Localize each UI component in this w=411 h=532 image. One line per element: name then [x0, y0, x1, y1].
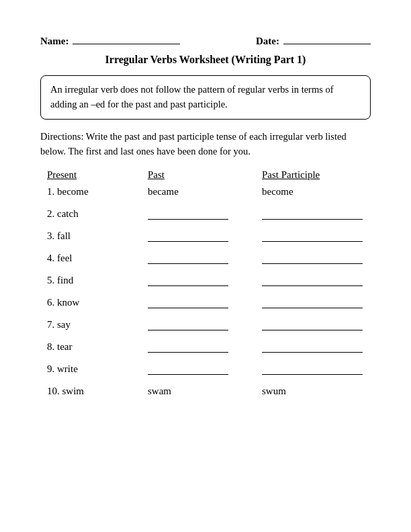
- verb-participle-4[interactable]: [262, 253, 371, 264]
- worksheet-title: Irregular Verbs Worksheet (Writing Part …: [40, 54, 371, 66]
- verb-past-5[interactable]: [148, 275, 262, 286]
- name-input-line[interactable]: [73, 34, 180, 44]
- verb-past-line-4[interactable]: [148, 253, 228, 264]
- verb-past-line-8[interactable]: [148, 342, 228, 353]
- verb-past-line-5[interactable]: [148, 275, 228, 286]
- verb-past-2[interactable]: [148, 208, 262, 220]
- verb-past-1: became: [148, 186, 262, 197]
- verb-participle-line-2[interactable]: [262, 209, 363, 220]
- verb-past-text-10: swam: [148, 386, 171, 396]
- info-box: An irregular verb does not follow the pa…: [40, 75, 371, 120]
- verb-participle-text-10: swum: [262, 386, 286, 396]
- verb-row: 3. fall: [40, 230, 371, 242]
- past-participle-column-header: Past Participle: [262, 169, 371, 181]
- verb-past-3[interactable]: [148, 230, 262, 242]
- verb-row: 5. find: [40, 275, 371, 286]
- verb-past-4[interactable]: [148, 253, 262, 264]
- verb-past-line-6[interactable]: [148, 298, 228, 308]
- verb-present-3: 3. fall: [47, 230, 148, 242]
- verb-present-4: 4. feel: [47, 253, 148, 264]
- verb-row: 7. say: [40, 319, 371, 330]
- verb-row: 8. tear: [40, 341, 371, 353]
- verb-row: 9. write: [40, 363, 371, 375]
- verb-participle-7[interactable]: [262, 319, 371, 330]
- verb-past-line-2[interactable]: [148, 209, 228, 220]
- verb-participle-5[interactable]: [262, 275, 371, 286]
- verb-participle-10: swum: [262, 386, 371, 397]
- verb-past-9[interactable]: [148, 363, 262, 375]
- verb-present-10: 10. swim: [47, 386, 148, 397]
- verb-participle-line-9[interactable]: [262, 364, 363, 375]
- verb-present-7: 7. say: [47, 319, 148, 330]
- verb-participle-line-6[interactable]: [262, 298, 363, 308]
- name-field: Name:: [40, 34, 180, 47]
- verb-row: 2. catch: [40, 208, 371, 220]
- verb-participle-2[interactable]: [262, 208, 371, 220]
- verb-past-line-7[interactable]: [148, 320, 228, 330]
- verb-participle-3[interactable]: [262, 230, 371, 242]
- verb-participle-9[interactable]: [262, 363, 371, 375]
- verb-participle-8[interactable]: [262, 341, 371, 353]
- verb-present-5: 5. find: [47, 275, 148, 286]
- verb-row: 10. swimswamswum: [40, 386, 371, 397]
- verb-past-text-1: became: [148, 186, 179, 197]
- verb-row: 4. feel: [40, 253, 371, 264]
- verb-participle-line-3[interactable]: [262, 231, 363, 242]
- column-headers: Present Past Past Participle: [40, 169, 371, 181]
- verb-past-line-9[interactable]: [148, 364, 228, 375]
- verb-rows-container: 1. becomebecamebecome2. catch3. fall4. f…: [40, 186, 371, 397]
- verb-present-6: 6. know: [47, 297, 148, 308]
- present-column-header: Present: [47, 169, 148, 181]
- verb-present-8: 8. tear: [47, 341, 148, 353]
- verb-participle-line-7[interactable]: [262, 320, 363, 330]
- directions-text: Directions: Write the past and past part…: [40, 129, 371, 159]
- verb-past-7[interactable]: [148, 319, 262, 330]
- date-input-line[interactable]: [283, 34, 371, 44]
- verb-present-2: 2. catch: [47, 208, 148, 220]
- verb-participle-1: become: [262, 186, 371, 197]
- header-row: Name: Date:: [40, 34, 371, 47]
- verb-participle-text-1: become: [262, 186, 293, 197]
- name-label: Name:: [40, 36, 68, 47]
- verb-past-10: swam: [148, 386, 262, 397]
- verb-past-line-3[interactable]: [148, 231, 228, 242]
- verb-past-6[interactable]: [148, 297, 262, 308]
- date-field: Date:: [256, 34, 371, 47]
- verb-past-8[interactable]: [148, 341, 262, 353]
- verb-present-1: 1. become: [47, 186, 148, 197]
- verb-participle-line-5[interactable]: [262, 275, 363, 286]
- date-label: Date:: [256, 36, 279, 47]
- verb-present-9: 9. write: [47, 363, 148, 375]
- verb-row: 6. know: [40, 297, 371, 308]
- verb-participle-line-8[interactable]: [262, 342, 363, 353]
- past-column-header: Past: [148, 169, 262, 181]
- verb-participle-6[interactable]: [262, 297, 371, 308]
- verb-row: 1. becomebecamebecome: [40, 186, 371, 197]
- verb-participle-line-4[interactable]: [262, 253, 363, 264]
